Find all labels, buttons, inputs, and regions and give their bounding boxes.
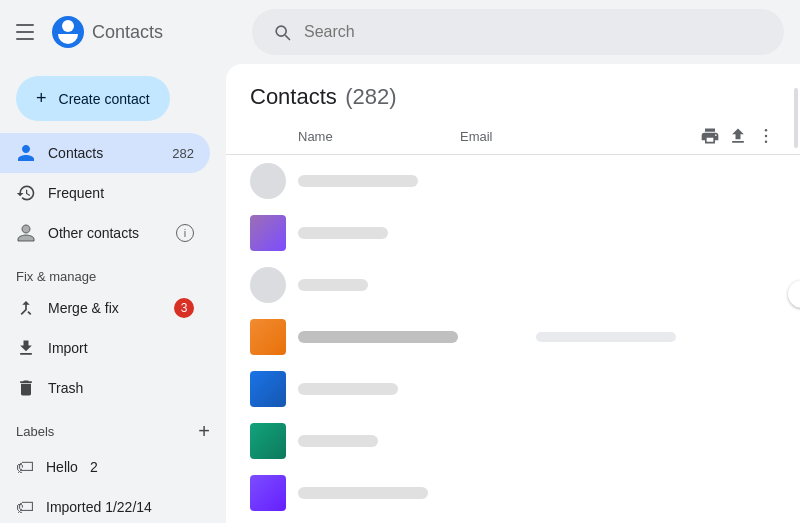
sidebar: + Create contact Contacts 282 Frequent [0,64,226,523]
person-outline-icon [16,223,36,243]
page-title: Contacts (282) [250,84,397,110]
contact-info [298,175,536,187]
fix-manage-section: Fix & manage [0,261,226,288]
sidebar-item-import[interactable]: Import [0,328,210,368]
export-icon[interactable] [728,126,748,146]
logo-icon [52,16,84,48]
contact-name [298,487,428,499]
contact-name [298,227,388,239]
avatar [250,475,286,511]
table-row[interactable] [226,311,800,363]
history-icon [16,183,36,203]
contact-name [298,175,418,187]
person-icon [16,143,36,163]
table-row[interactable] [226,363,800,415]
contact-info [298,331,536,343]
svg-point-2 [765,141,768,144]
contacts-count: 282 [172,146,194,161]
sidebar-item-contacts[interactable]: Contacts 282 [0,133,210,173]
contact-name [298,331,458,343]
table-row[interactable] [226,155,800,207]
contact-name [298,383,398,395]
avatar [250,319,286,355]
contacts-list [226,155,800,523]
table-row[interactable] [226,259,800,311]
contact-info [298,227,536,239]
plus-icon: + [36,88,47,109]
contact-info [298,487,536,499]
label-icon-2: 🏷 [16,497,34,518]
sidebar-item-frequent[interactable]: Frequent [0,173,210,213]
avatar [250,423,286,459]
imported-label: Imported 1/22/14 [46,499,152,515]
hello-count: 2 [90,459,98,475]
content-area: Contacts (282) Name Email [226,64,800,523]
more-icon[interactable] [756,126,776,146]
svg-point-1 [765,135,768,138]
app-name: Contacts [92,22,163,43]
name-column-header: Name [250,129,460,144]
avatar [250,215,286,251]
merge-icon [16,298,36,318]
label-icon: 🏷 [16,457,34,478]
sidebar-item-hello[interactable]: 🏷 Hello 2 [0,447,210,487]
table-row[interactable] [226,519,800,523]
contact-email [536,332,776,342]
search-input[interactable] [304,23,764,41]
import-label: Import [48,340,194,356]
avatar [250,163,286,199]
import-icon [16,338,36,358]
contact-info [298,435,536,447]
create-contact-label: Create contact [59,91,150,107]
topbar: Contacts [0,0,800,64]
table-row[interactable] [226,415,800,467]
create-contact-button[interactable]: + Create contact [16,76,170,121]
hello-label: Hello [46,459,78,475]
contact-info [298,279,536,291]
menu-icon[interactable] [16,20,40,44]
main-layout: + Create contact Contacts 282 Frequent [0,64,800,523]
contacts-label: Contacts [48,145,160,161]
add-label-icon[interactable]: + [198,420,210,443]
sidebar-item-imported[interactable]: 🏷 Imported 1/22/14 [0,487,210,523]
contact-info [298,383,536,395]
contact-name [298,435,378,447]
search-bar[interactable] [252,9,784,55]
merge-badge: 3 [174,298,194,318]
email-column-header: Email [460,129,700,144]
email-bar [536,332,676,342]
trash-icon [16,378,36,398]
table-actions [700,126,776,146]
sidebar-item-merge[interactable]: Merge & fix 3 [0,288,210,328]
content-header: Contacts (282) [226,64,800,110]
sidebar-item-trash[interactable]: Trash [0,368,210,408]
avatar [250,267,286,303]
topbar-left: Contacts [16,16,236,48]
table-header: Name Email [226,118,800,155]
scroll-thumb [794,88,798,148]
sidebar-item-other-contacts[interactable]: Other contacts i [0,213,210,253]
table-row[interactable] [226,207,800,259]
print-icon[interactable] [700,126,720,146]
svg-point-0 [765,129,768,132]
frequent-label: Frequent [48,185,194,201]
contact-name [298,279,368,291]
trash-label: Trash [48,380,194,396]
search-icon [272,22,292,42]
info-icon[interactable]: i [176,224,194,242]
app-logo: Contacts [52,16,163,48]
table-row[interactable] [226,467,800,519]
labels-section: Labels + [0,412,226,447]
merge-label: Merge & fix [48,300,162,316]
avatar [250,371,286,407]
other-contacts-label: Other contacts [48,225,164,241]
